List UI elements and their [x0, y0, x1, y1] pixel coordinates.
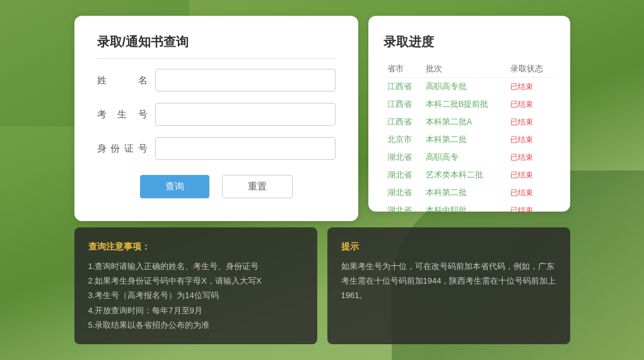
query-card: 录取/通知书查询 姓 名 考 生 号 身份证号 查询 重置: [74, 16, 358, 221]
cell-status: 已结束: [506, 148, 555, 166]
info-left-item: 1.查询时请输入正确的姓名、考生号、身份证号: [88, 259, 303, 273]
student-id-label: 考 生 号: [97, 109, 148, 121]
cell-province: 北京市: [383, 131, 422, 148]
student-id-field-group: 考 生 号: [97, 103, 336, 126]
cell-status: 已结束: [506, 131, 555, 148]
table-row: 江西省本科第二批A已结束: [383, 113, 555, 131]
info-left-panel: 查询注意事项： 1.查询时请输入正确的姓名、考生号、身份证号2.如果考生身份证号…: [74, 227, 317, 344]
cell-province: 湖北省: [383, 201, 422, 212]
id-card-field-group: 身份证号: [97, 137, 336, 160]
progress-card-title: 录取进度: [383, 33, 555, 51]
info-bar: 查询注意事项： 1.查询时请输入正确的姓名、考生号、身份证号2.如果考生身份证号…: [74, 227, 570, 344]
id-card-input[interactable]: [155, 137, 336, 160]
cell-status: 已结束: [506, 78, 555, 96]
name-field-group: 姓 名: [97, 69, 336, 92]
student-id-input[interactable]: [155, 103, 336, 126]
cell-province: 江西省: [383, 78, 422, 96]
cell-status: 已结束: [506, 184, 555, 201]
cell-status: 已结束: [506, 201, 555, 212]
cell-batch: 本科二批B提前批: [422, 95, 506, 113]
cell-batch: 本科中职批: [422, 201, 506, 212]
info-right-title: 提示: [341, 239, 556, 255]
button-row: 查询 重置: [97, 175, 336, 198]
header-batch: 批次: [422, 61, 506, 78]
table-row: 湖北省本科第二批已结束: [383, 184, 555, 201]
info-right-panel: 提示 如果考生号为十位，可在改号码前加本省代码，例如，广东考生需在十位号码前加1…: [327, 227, 570, 344]
query-button[interactable]: 查询: [140, 175, 209, 198]
cell-province: 湖北省: [383, 166, 422, 184]
main-container: 录取/通知书查询 姓 名 考 生 号 身份证号 查询 重置: [0, 0, 644, 360]
info-left-item: 5.录取结果以各省招办公布的为准: [88, 318, 303, 332]
table-header-row: 省市 批次 录取状态: [383, 61, 555, 78]
info-left-item: 4.开放查询时间：每年7月至9月: [88, 303, 303, 318]
cell-batch: 本科第二批A: [422, 113, 506, 131]
info-left-item: 2.如果考生身份证号码中有字母X，请输入大写X: [88, 273, 303, 288]
table-row: 湖北省高职高专已结束: [383, 148, 555, 166]
reset-button[interactable]: 重置: [222, 175, 293, 198]
table-row: 江西省高职高专批已结束: [383, 78, 555, 96]
cell-status: 已结束: [506, 95, 555, 113]
info-right-text: 如果考生号为十位，可在改号码前加本省代码，例如，广东考生需在十位号码前加1944…: [341, 259, 556, 303]
header-province: 省市: [383, 61, 422, 78]
cell-batch: 本科第二批: [422, 184, 506, 201]
query-card-title: 录取/通知书查询: [97, 33, 336, 59]
name-input[interactable]: [155, 69, 336, 92]
cell-status: 已结束: [506, 113, 555, 131]
name-label: 姓 名: [97, 75, 148, 87]
cell-province: 江西省: [383, 95, 422, 113]
table-row: 湖北省艺术类本科二批已结束: [383, 166, 555, 184]
cell-batch: 本科第二批: [422, 131, 506, 148]
table-row: 北京市本科第二批已结束: [383, 131, 555, 148]
cell-batch: 艺术类本科二批: [422, 166, 506, 184]
table-row: 湖北省本科中职批已结束: [383, 201, 555, 212]
cell-province: 湖北省: [383, 148, 422, 166]
progress-table: 省市 批次 录取状态 江西省高职高专批已结束江西省本科二批B提前批已结束江西省本…: [383, 61, 555, 212]
cell-batch: 高职高专批: [422, 78, 506, 96]
info-left-item: 3.考生号（高考报名号）为14位写码: [88, 288, 303, 303]
id-card-label: 身份证号: [97, 143, 148, 155]
cards-row: 录取/通知书查询 姓 名 考 生 号 身份证号 查询 重置: [74, 16, 570, 221]
cell-province: 湖北省: [383, 184, 422, 201]
cell-batch: 高职高专: [422, 148, 506, 166]
info-left-items: 1.查询时请输入正确的姓名、考生号、身份证号2.如果考生身份证号码中有字母X，请…: [88, 259, 303, 333]
info-left-title: 查询注意事项：: [88, 239, 303, 255]
cell-status: 已结束: [506, 166, 555, 184]
table-row: 江西省本科二批B提前批已结束: [383, 95, 555, 113]
cell-province: 江西省: [383, 113, 422, 131]
header-status: 录取状态: [506, 61, 555, 78]
progress-card: 录取进度 省市 批次 录取状态 江西省高职高专批已结束江西省本科二批B提前批已结…: [368, 16, 570, 212]
